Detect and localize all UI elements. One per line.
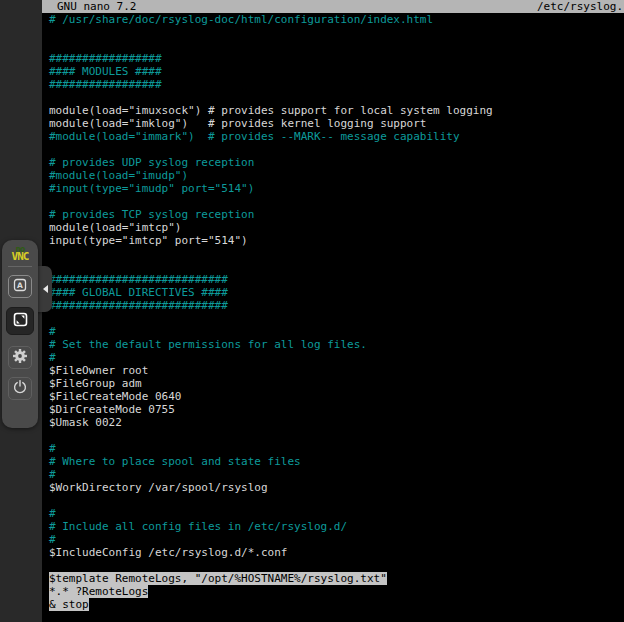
code-line: [49, 559, 624, 572]
code-line: #################: [49, 78, 624, 91]
code-line: [49, 247, 624, 260]
code-line: [49, 143, 624, 156]
code-line: $FileGroup adm: [49, 377, 624, 390]
code-line: # Where to place spool and state files: [49, 455, 624, 468]
code-line: #module(load="imudp"): [49, 169, 624, 182]
code-line: ###########################: [49, 273, 624, 286]
editor-area[interactable]: # /usr/share/doc/rsyslog-doc/html/config…: [42, 13, 624, 611]
novnc-control-bar: no VNC A: [2, 240, 38, 428]
code-line: $DirCreateMode 0755: [49, 403, 624, 416]
code-line: $FileOwner root: [49, 364, 624, 377]
code-line: #: [49, 507, 624, 520]
terminal-window[interactable]: GNU nano 7.2 /etc/rsyslog. # /usr/share/…: [42, 0, 624, 622]
code-line: [49, 494, 624, 507]
nano-filename: /etc/rsyslog.: [537, 0, 623, 13]
code-line: # /usr/share/doc/rsyslog-doc/html/config…: [49, 13, 624, 26]
code-line: #: [49, 533, 624, 546]
code-line: $FileCreateMode 0640: [49, 390, 624, 403]
novnc-logo: no VNC: [12, 245, 29, 261]
code-line: # provides UDP syslog reception: [49, 156, 624, 169]
code-line: $WorkDirectory /var/spool/rsyslog: [49, 481, 624, 494]
fullscreen-icon: [12, 311, 29, 332]
code-line: # Include all config files in /etc/rsysl…: [49, 520, 624, 533]
code-line: # provides TCP syslog reception: [49, 208, 624, 221]
code-line: module(load="imtcp"): [49, 221, 624, 234]
code-line: [49, 195, 624, 208]
code-line: input(type="imtcp" port="514"): [49, 234, 624, 247]
code-line: [49, 26, 624, 39]
code-line: #module(load="immark") # provides --MARK…: [49, 130, 624, 143]
disconnect-button[interactable]: [8, 377, 32, 400]
fullscreen-button[interactable]: [6, 307, 34, 335]
a-key-icon: A: [12, 277, 28, 297]
code-line: #### MODULES ####: [49, 65, 624, 78]
code-line: & stop: [49, 598, 624, 611]
control-bar-divider: [8, 266, 32, 267]
nano-version: GNU nano 7.2: [57, 0, 136, 13]
svg-text:A: A: [17, 281, 23, 290]
power-icon: [12, 379, 28, 399]
code-line: #### GLOBAL DIRECTIVES ####: [49, 286, 624, 299]
code-line: # Set the default permissions for all lo…: [49, 338, 624, 351]
gear-icon: [11, 347, 29, 369]
nano-titlebar: GNU nano 7.2 /etc/rsyslog.: [42, 0, 624, 13]
code-line: #: [49, 468, 624, 481]
code-line: module(load="imuxsock") # provides suppo…: [49, 104, 624, 117]
code-line: module(load="imklog") # provides kernel …: [49, 117, 624, 130]
code-line: #: [49, 442, 624, 455]
code-line: [49, 312, 624, 325]
collapse-arrow-icon: [43, 285, 48, 293]
code-line: $Umask 0022: [49, 416, 624, 429]
code-line: [49, 260, 624, 273]
settings-button[interactable]: [8, 346, 32, 369]
novnc-logo-vnc: VNC: [12, 253, 29, 261]
code-line: ###########################: [49, 299, 624, 312]
extra-keys-button[interactable]: A: [8, 275, 32, 298]
code-line: #: [49, 351, 624, 364]
code-line: #input(type="imudp" port="514"): [49, 182, 624, 195]
code-line: *.* ?RemoteLogs: [49, 585, 624, 598]
code-line: #################: [49, 52, 624, 65]
code-line: [49, 39, 624, 52]
code-line: $IncludeConfig /etc/rsyslog.d/*.conf: [49, 546, 624, 559]
code-line: $template RemoteLogs, "/opt/%HOSTNAME%/r…: [49, 572, 624, 585]
code-line: [49, 91, 624, 104]
code-line: #: [49, 325, 624, 338]
code-line: [49, 429, 624, 442]
